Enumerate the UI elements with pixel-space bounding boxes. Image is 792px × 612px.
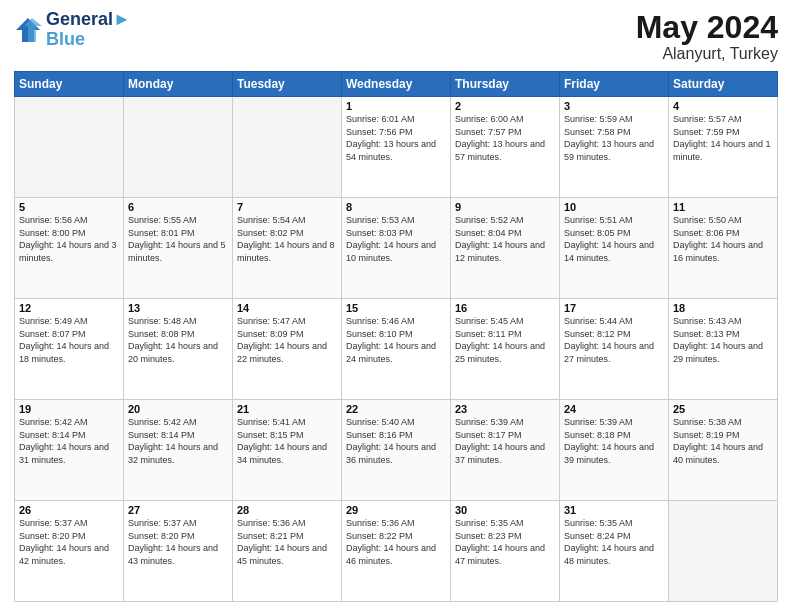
day-number: 15 bbox=[346, 302, 446, 314]
calendar-cell: 6 Sunrise: 5:55 AM Sunset: 8:01 PM Dayli… bbox=[124, 198, 233, 299]
sub-title: Alanyurt, Turkey bbox=[636, 45, 778, 63]
calendar-cell: 26 Sunrise: 5:37 AM Sunset: 8:20 PM Dayl… bbox=[15, 501, 124, 602]
day-info: Sunrise: 5:42 AM Sunset: 8:14 PM Dayligh… bbox=[128, 416, 228, 466]
calendar-cell: 2 Sunrise: 6:00 AM Sunset: 7:57 PM Dayli… bbox=[451, 97, 560, 198]
day-info: Sunrise: 5:36 AM Sunset: 8:21 PM Dayligh… bbox=[237, 517, 337, 567]
calendar-cell: 28 Sunrise: 5:36 AM Sunset: 8:21 PM Dayl… bbox=[233, 501, 342, 602]
day-number: 24 bbox=[564, 403, 664, 415]
calendar-header-wednesday: Wednesday bbox=[342, 72, 451, 97]
day-number: 22 bbox=[346, 403, 446, 415]
day-info: Sunrise: 5:38 AM Sunset: 8:19 PM Dayligh… bbox=[673, 416, 773, 466]
calendar-cell: 13 Sunrise: 5:48 AM Sunset: 8:08 PM Dayl… bbox=[124, 299, 233, 400]
day-number: 26 bbox=[19, 504, 119, 516]
calendar-cell: 19 Sunrise: 5:42 AM Sunset: 8:14 PM Dayl… bbox=[15, 400, 124, 501]
day-number: 16 bbox=[455, 302, 555, 314]
logo: General► Blue bbox=[14, 10, 131, 50]
header: General► Blue May 2024 Alanyurt, Turkey bbox=[14, 10, 778, 63]
calendar-week-0: 1 Sunrise: 6:01 AM Sunset: 7:56 PM Dayli… bbox=[15, 97, 778, 198]
day-info: Sunrise: 5:35 AM Sunset: 8:23 PM Dayligh… bbox=[455, 517, 555, 567]
day-info: Sunrise: 5:48 AM Sunset: 8:08 PM Dayligh… bbox=[128, 315, 228, 365]
day-info: Sunrise: 5:45 AM Sunset: 8:11 PM Dayligh… bbox=[455, 315, 555, 365]
day-number: 7 bbox=[237, 201, 337, 213]
day-info: Sunrise: 5:55 AM Sunset: 8:01 PM Dayligh… bbox=[128, 214, 228, 264]
day-info: Sunrise: 6:01 AM Sunset: 7:56 PM Dayligh… bbox=[346, 113, 446, 163]
calendar-header-friday: Friday bbox=[560, 72, 669, 97]
day-info: Sunrise: 5:37 AM Sunset: 8:20 PM Dayligh… bbox=[128, 517, 228, 567]
day-info: Sunrise: 5:57 AM Sunset: 7:59 PM Dayligh… bbox=[673, 113, 773, 163]
calendar-header-saturday: Saturday bbox=[669, 72, 778, 97]
calendar-cell: 10 Sunrise: 5:51 AM Sunset: 8:05 PM Dayl… bbox=[560, 198, 669, 299]
day-number: 11 bbox=[673, 201, 773, 213]
calendar-cell bbox=[233, 97, 342, 198]
day-number: 4 bbox=[673, 100, 773, 112]
calendar-cell: 17 Sunrise: 5:44 AM Sunset: 8:12 PM Dayl… bbox=[560, 299, 669, 400]
day-number: 2 bbox=[455, 100, 555, 112]
day-info: Sunrise: 5:59 AM Sunset: 7:58 PM Dayligh… bbox=[564, 113, 664, 163]
calendar-cell bbox=[669, 501, 778, 602]
calendar-cell: 27 Sunrise: 5:37 AM Sunset: 8:20 PM Dayl… bbox=[124, 501, 233, 602]
day-number: 21 bbox=[237, 403, 337, 415]
calendar-cell: 25 Sunrise: 5:38 AM Sunset: 8:19 PM Dayl… bbox=[669, 400, 778, 501]
logo-line1: General► bbox=[46, 10, 131, 30]
calendar-cell: 24 Sunrise: 5:39 AM Sunset: 8:18 PM Dayl… bbox=[560, 400, 669, 501]
day-number: 28 bbox=[237, 504, 337, 516]
calendar-week-3: 19 Sunrise: 5:42 AM Sunset: 8:14 PM Dayl… bbox=[15, 400, 778, 501]
day-number: 27 bbox=[128, 504, 228, 516]
calendar-cell: 12 Sunrise: 5:49 AM Sunset: 8:07 PM Dayl… bbox=[15, 299, 124, 400]
main-title: May 2024 bbox=[636, 10, 778, 45]
day-number: 10 bbox=[564, 201, 664, 213]
calendar-cell bbox=[124, 97, 233, 198]
day-info: Sunrise: 6:00 AM Sunset: 7:57 PM Dayligh… bbox=[455, 113, 555, 163]
calendar-cell: 11 Sunrise: 5:50 AM Sunset: 8:06 PM Dayl… bbox=[669, 198, 778, 299]
day-info: Sunrise: 5:43 AM Sunset: 8:13 PM Dayligh… bbox=[673, 315, 773, 365]
calendar-cell: 16 Sunrise: 5:45 AM Sunset: 8:11 PM Dayl… bbox=[451, 299, 560, 400]
day-info: Sunrise: 5:46 AM Sunset: 8:10 PM Dayligh… bbox=[346, 315, 446, 365]
day-info: Sunrise: 5:35 AM Sunset: 8:24 PM Dayligh… bbox=[564, 517, 664, 567]
day-number: 19 bbox=[19, 403, 119, 415]
calendar-cell: 9 Sunrise: 5:52 AM Sunset: 8:04 PM Dayli… bbox=[451, 198, 560, 299]
calendar-week-2: 12 Sunrise: 5:49 AM Sunset: 8:07 PM Dayl… bbox=[15, 299, 778, 400]
day-number: 8 bbox=[346, 201, 446, 213]
calendar-cell: 5 Sunrise: 5:56 AM Sunset: 8:00 PM Dayli… bbox=[15, 198, 124, 299]
calendar-cell: 20 Sunrise: 5:42 AM Sunset: 8:14 PM Dayl… bbox=[124, 400, 233, 501]
title-block: May 2024 Alanyurt, Turkey bbox=[636, 10, 778, 63]
calendar-header-thursday: Thursday bbox=[451, 72, 560, 97]
calendar-header-row: SundayMondayTuesdayWednesdayThursdayFrid… bbox=[15, 72, 778, 97]
calendar-cell: 8 Sunrise: 5:53 AM Sunset: 8:03 PM Dayli… bbox=[342, 198, 451, 299]
calendar-cell: 3 Sunrise: 5:59 AM Sunset: 7:58 PM Dayli… bbox=[560, 97, 669, 198]
day-number: 31 bbox=[564, 504, 664, 516]
logo-icon bbox=[14, 16, 42, 44]
day-info: Sunrise: 5:41 AM Sunset: 8:15 PM Dayligh… bbox=[237, 416, 337, 466]
calendar-cell bbox=[15, 97, 124, 198]
day-info: Sunrise: 5:44 AM Sunset: 8:12 PM Dayligh… bbox=[564, 315, 664, 365]
calendar-cell: 15 Sunrise: 5:46 AM Sunset: 8:10 PM Dayl… bbox=[342, 299, 451, 400]
day-info: Sunrise: 5:36 AM Sunset: 8:22 PM Dayligh… bbox=[346, 517, 446, 567]
day-info: Sunrise: 5:56 AM Sunset: 8:00 PM Dayligh… bbox=[19, 214, 119, 264]
calendar-cell: 21 Sunrise: 5:41 AM Sunset: 8:15 PM Dayl… bbox=[233, 400, 342, 501]
calendar-cell: 4 Sunrise: 5:57 AM Sunset: 7:59 PM Dayli… bbox=[669, 97, 778, 198]
calendar-header-sunday: Sunday bbox=[15, 72, 124, 97]
calendar-cell: 22 Sunrise: 5:40 AM Sunset: 8:16 PM Dayl… bbox=[342, 400, 451, 501]
day-info: Sunrise: 5:42 AM Sunset: 8:14 PM Dayligh… bbox=[19, 416, 119, 466]
day-number: 12 bbox=[19, 302, 119, 314]
day-info: Sunrise: 5:47 AM Sunset: 8:09 PM Dayligh… bbox=[237, 315, 337, 365]
calendar-cell: 1 Sunrise: 6:01 AM Sunset: 7:56 PM Dayli… bbox=[342, 97, 451, 198]
day-number: 25 bbox=[673, 403, 773, 415]
day-number: 3 bbox=[564, 100, 664, 112]
day-number: 13 bbox=[128, 302, 228, 314]
day-number: 29 bbox=[346, 504, 446, 516]
calendar-table: SundayMondayTuesdayWednesdayThursdayFrid… bbox=[14, 71, 778, 602]
calendar-cell: 29 Sunrise: 5:36 AM Sunset: 8:22 PM Dayl… bbox=[342, 501, 451, 602]
calendar-header-tuesday: Tuesday bbox=[233, 72, 342, 97]
day-number: 6 bbox=[128, 201, 228, 213]
logo-text: General► Blue bbox=[46, 10, 131, 50]
day-number: 23 bbox=[455, 403, 555, 415]
calendar-cell: 14 Sunrise: 5:47 AM Sunset: 8:09 PM Dayl… bbox=[233, 299, 342, 400]
calendar-cell: 31 Sunrise: 5:35 AM Sunset: 8:24 PM Dayl… bbox=[560, 501, 669, 602]
day-info: Sunrise: 5:53 AM Sunset: 8:03 PM Dayligh… bbox=[346, 214, 446, 264]
logo-line2: Blue bbox=[46, 30, 131, 50]
calendar-cell: 18 Sunrise: 5:43 AM Sunset: 8:13 PM Dayl… bbox=[669, 299, 778, 400]
day-number: 20 bbox=[128, 403, 228, 415]
page: General► Blue May 2024 Alanyurt, Turkey … bbox=[0, 0, 792, 612]
day-number: 18 bbox=[673, 302, 773, 314]
